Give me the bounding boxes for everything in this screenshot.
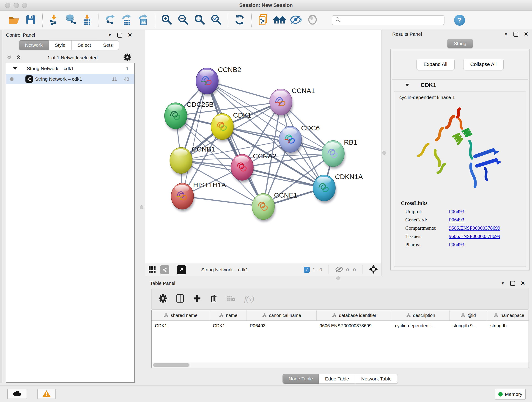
copy-network-button[interactable] [256, 13, 270, 27]
save-session-button[interactable] [24, 13, 38, 27]
gene-section-header[interactable]: CDK1 [392, 80, 528, 90]
column-header-namespace[interactable]: namespace [487, 310, 529, 320]
network-node[interactable] [170, 147, 193, 176]
gene-name: CDK1 [421, 82, 436, 89]
table-settings-gear-icon[interactable] [158, 294, 167, 304]
panel-menu-icon[interactable]: ▼ [501, 281, 505, 285]
crosslink-link[interactable]: 9606.ENSP00000378699 [449, 225, 500, 231]
network-node[interactable] [322, 140, 345, 169]
show-graphics-button[interactable] [305, 13, 320, 27]
tab-style[interactable]: Style [49, 40, 72, 50]
warning-status-button[interactable] [37, 389, 56, 399]
column-header-shared-name[interactable]: shared name [152, 310, 210, 320]
export-network-button[interactable] [103, 13, 118, 27]
column-header-@id[interactable]: @id [449, 310, 487, 320]
network-share-icon[interactable] [160, 265, 169, 274]
open-session-button[interactable] [7, 13, 21, 27]
tab-network-table[interactable]: Network Table [355, 374, 398, 384]
window-close-button[interactable] [5, 3, 10, 8]
horizontal-scrollbar[interactable] [152, 362, 529, 368]
panel-float-icon[interactable] [510, 281, 515, 286]
update-network-button[interactable] [233, 13, 247, 27]
search-input[interactable] [341, 17, 444, 23]
network-node[interactable] [313, 175, 336, 203]
birdseye-crosshair-icon[interactable] [369, 265, 378, 275]
tab-sets[interactable]: Sets [97, 40, 119, 50]
selected-indicator-checkbox[interactable]: ✓ [304, 267, 310, 273]
column-header-description[interactable]: description [392, 310, 449, 320]
delete-column-trash-icon[interactable] [210, 294, 218, 304]
panel-close-icon[interactable]: ✕ [520, 281, 525, 286]
section-collapse-icon[interactable] [405, 84, 409, 86]
gene-details: cyclin-dependent kinase 1 [394, 91, 526, 267]
panel-float-icon[interactable] [513, 32, 518, 37]
open-in-browser-icon[interactable] [177, 265, 186, 274]
zoom-out-button[interactable] [176, 13, 190, 27]
refresh-icon [234, 14, 245, 26]
crosslink-link[interactable]: 9606.ENSP00000378699 [449, 233, 500, 239]
panel-float-icon[interactable] [117, 33, 122, 38]
crosslink-link[interactable]: P06493 [449, 217, 464, 223]
network-node[interactable] [231, 154, 254, 182]
grid-view-icon[interactable] [148, 265, 156, 274]
network-node[interactable] [252, 193, 275, 222]
column-header-canonical-name[interactable]: canonical name [247, 310, 317, 320]
export-image-button[interactable] [136, 13, 151, 27]
panel-close-icon[interactable]: ✕ [524, 32, 528, 37]
add-column-icon[interactable] [193, 294, 201, 303]
column-header-name[interactable]: name [210, 310, 247, 320]
window-zoom-button[interactable] [22, 3, 27, 8]
panel-menu-icon[interactable]: ▼ [108, 33, 112, 37]
network-node[interactable] [196, 68, 219, 96]
network-node[interactable] [171, 183, 194, 211]
bottom-splitter-handle[interactable] [336, 276, 340, 280]
network-node[interactable] [211, 114, 234, 142]
network-edge[interactable] [182, 81, 207, 196]
network-label: String Network – cdk1 [35, 76, 82, 82]
hide-graphics-button[interactable] [289, 13, 303, 27]
table-header-row: shared namenamecanonical namedatabase id… [152, 310, 529, 321]
home-networks-button[interactable] [272, 13, 287, 27]
network-node[interactable] [270, 89, 293, 117]
collapse-all-button[interactable]: Collapse All [463, 59, 504, 70]
network-node[interactable] [165, 103, 188, 131]
expand-all-networks-icon[interactable] [16, 54, 22, 61]
export-table-button[interactable] [120, 13, 134, 27]
cloud-status-button[interactable] [7, 389, 27, 399]
show-columns-icon[interactable] [176, 294, 184, 304]
import-network-from-file-button[interactable] [47, 13, 61, 27]
network-icon [25, 75, 33, 83]
zoom-selected-button[interactable] [209, 13, 223, 27]
scrollbar-thumb[interactable] [153, 363, 190, 367]
tree-expand-icon[interactable] [13, 67, 17, 70]
import-table-button[interactable] [80, 13, 94, 27]
network-collection-row[interactable]: String Network – cdk1 1 [6, 63, 134, 74]
import-network-from-database-button[interactable] [63, 13, 78, 27]
memory-button[interactable]: Memory [495, 389, 526, 400]
table-row[interactable]: CDK1CDK1P064939606.ENSP00000378699cyclin… [152, 321, 529, 331]
left-splitter-handle[interactable] [140, 205, 143, 209]
tab-node-table[interactable]: Node Table [283, 374, 319, 384]
help-button[interactable]: ? [454, 15, 465, 26]
network-row[interactable]: String Network – cdk1 11 48 [6, 74, 134, 84]
column-header-database-identifier[interactable]: database identifier [317, 310, 392, 320]
gene-description: cyclin-dependent kinase 1 [394, 91, 526, 100]
gear-icon[interactable] [123, 53, 131, 62]
crosslink-link[interactable]: P06493 [449, 242, 464, 248]
zoom-fit-button[interactable] [193, 13, 207, 27]
expand-all-button[interactable]: Expand All [417, 59, 455, 70]
tab-edge-table[interactable]: Edge Table [319, 374, 355, 384]
network-edge[interactable] [182, 196, 263, 206]
network-canvas[interactable]: CCNB2CCNA1CDC25BCDK1CDC6RB1CCNB1CCNA2CDK… [145, 30, 381, 263]
window-minimize-button[interactable] [13, 3, 19, 8]
collapse-all-networks-icon[interactable] [6, 54, 12, 61]
panel-menu-icon[interactable]: ▼ [504, 32, 508, 36]
crosslink-link[interactable]: P06493 [449, 209, 464, 215]
zoom-in-button[interactable] [160, 13, 174, 27]
tab-string[interactable]: String [447, 39, 473, 48]
tab-select[interactable]: Select [71, 40, 97, 50]
hidden-eye-slash-icon[interactable] [335, 266, 343, 274]
panel-close-icon[interactable]: ✕ [128, 32, 132, 38]
right-splitter-handle[interactable] [382, 151, 386, 155]
tab-network[interactable]: Network [19, 40, 49, 50]
